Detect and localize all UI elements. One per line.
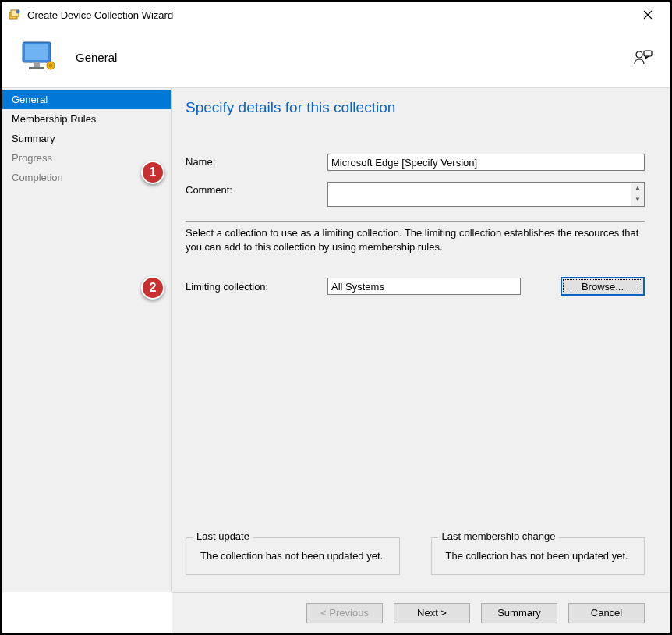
- wizard-content: Specify details for this collection Name…: [172, 88, 670, 592]
- comment-input[interactable]: [328, 183, 631, 206]
- last-update-legend: Last update: [193, 530, 253, 542]
- svg-rect-5: [34, 62, 40, 67]
- window-title: Create Device Collection Wizard: [27, 9, 632, 21]
- row-limiting-collection: Limiting collection: All Systems Browse.…: [186, 277, 645, 296]
- comment-scroll-arrows: ▲ ▼: [631, 183, 644, 206]
- browse-button[interactable]: Browse...: [561, 277, 645, 296]
- group-last-update: Last update The collection has not been …: [186, 537, 400, 575]
- scroll-up-icon[interactable]: ▲: [631, 183, 644, 194]
- annotation-callout-2: 2: [141, 276, 164, 300]
- limiting-hint-text: Select a collection to use as a limiting…: [186, 221, 645, 254]
- monitor-icon: [19, 39, 57, 76]
- annotation-callout-1: 1: [141, 161, 164, 184]
- last-membership-legend: Last membership change: [438, 530, 560, 542]
- name-input[interactable]: [327, 154, 645, 171]
- wizard-body: 1 2 General Membership Rules Summary Pro…: [2, 88, 670, 592]
- app-icon: [9, 9, 21, 21]
- svg-rect-9: [644, 51, 652, 56]
- scroll-down-icon[interactable]: ▼: [631, 194, 644, 206]
- previous-button: < Previous: [306, 603, 383, 623]
- page-title: Specify details for this collection: [186, 99, 645, 116]
- sidebar-step-membership-rules[interactable]: Membership Rules: [2, 109, 171, 129]
- svg-rect-6: [29, 67, 44, 69]
- next-button[interactable]: Next >: [394, 603, 470, 623]
- last-membership-text: The collection has not been updated yet.: [441, 549, 635, 563]
- feedback-icon[interactable]: [634, 50, 653, 66]
- comment-label: Comment:: [186, 182, 327, 196]
- titlebar: Create Device Collection Wizard: [2, 2, 670, 27]
- name-label: Name:: [186, 154, 327, 168]
- sidebar-step-general[interactable]: General: [2, 90, 171, 109]
- row-name: Name:: [186, 154, 645, 171]
- status-groups: Last update The collection has not been …: [186, 537, 645, 575]
- comment-field-wrap: ▲ ▼: [327, 182, 645, 207]
- sidebar-step-summary[interactable]: Summary: [2, 129, 171, 148]
- svg-rect-4: [25, 44, 48, 60]
- last-update-text: The collection has not been updated yet.: [196, 549, 390, 563]
- wizard-window: Create Device Collection Wizard General: [0, 0, 672, 635]
- header-step-title: General: [76, 51, 117, 64]
- row-comment: Comment: ▲ ▼: [186, 182, 645, 207]
- svg-point-2: [16, 10, 20, 14]
- summary-button[interactable]: Summary: [481, 603, 557, 623]
- limiting-label: Limiting collection:: [186, 281, 327, 293]
- wizard-button-bar: < Previous Next > Summary Cancel: [172, 592, 670, 633]
- group-last-membership-change: Last membership change The collection ha…: [431, 537, 645, 575]
- wizard-header: General: [2, 27, 670, 88]
- svg-point-8: [636, 51, 642, 58]
- cancel-button[interactable]: Cancel: [568, 603, 645, 623]
- close-button[interactable]: [632, 3, 663, 27]
- limiting-collection-field: All Systems: [327, 278, 521, 295]
